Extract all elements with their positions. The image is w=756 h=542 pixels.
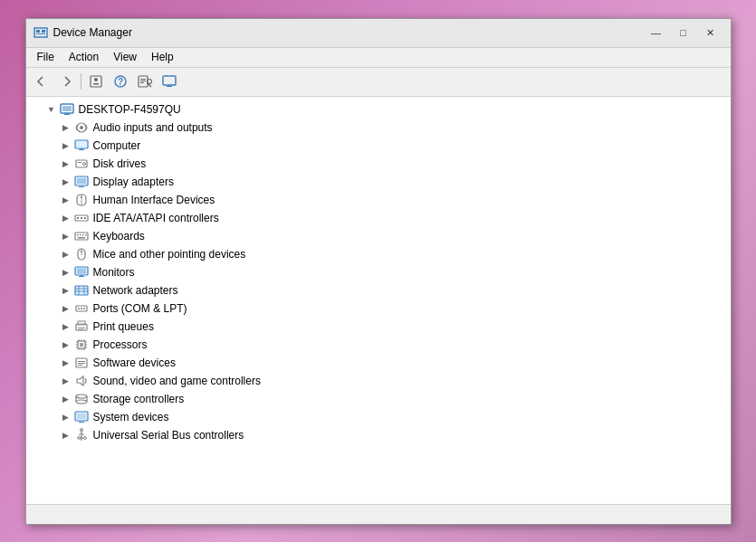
svg-rect-16 bbox=[168, 85, 170, 87]
monitor-button[interactable] bbox=[158, 71, 181, 92]
svg-rect-64 bbox=[78, 329, 83, 330]
root-label: DESKTOP-F4597QU bbox=[79, 103, 181, 116]
expand-arrow-system: ▶ bbox=[59, 410, 73, 424]
back-button[interactable] bbox=[30, 71, 53, 92]
status-bar bbox=[26, 504, 731, 524]
tree-item-usb[interactable]: ▶ Universal Serial Bus controllers bbox=[26, 426, 731, 444]
svg-point-5 bbox=[94, 78, 98, 81]
processor-icon bbox=[73, 338, 90, 352]
maximize-button[interactable]: □ bbox=[671, 23, 696, 43]
expand-arrow-ide: ▶ bbox=[59, 211, 73, 225]
expand-arrow-hid: ▶ bbox=[59, 193, 73, 207]
hid-icon bbox=[73, 193, 90, 207]
minimize-button[interactable]: — bbox=[644, 23, 669, 43]
expand-arrow-keyboard: ▶ bbox=[59, 229, 73, 243]
tree-root[interactable]: ▼ DESKTOP-F4597QU bbox=[26, 100, 731, 119]
tree-item-computer[interactable]: ▶ Computer bbox=[26, 137, 731, 155]
monitor-icon bbox=[73, 265, 90, 280]
svg-rect-38 bbox=[84, 217, 86, 219]
system-icon bbox=[73, 410, 90, 424]
svg-rect-52 bbox=[75, 286, 88, 295]
window-controls: — □ ✕ bbox=[644, 23, 723, 43]
menu-view[interactable]: View bbox=[106, 49, 144, 65]
tree-item-keyboard[interactable]: ▶ Keyboards bbox=[26, 227, 731, 245]
tree-item-software[interactable]: ▶ Software devices bbox=[26, 354, 731, 372]
svg-rect-63 bbox=[78, 328, 85, 328]
svg-point-83 bbox=[76, 395, 87, 398]
ports-icon bbox=[73, 301, 90, 316]
svg-rect-3 bbox=[36, 33, 45, 34]
mouse-label: Mice and other pointing devices bbox=[93, 248, 246, 261]
scan-button[interactable] bbox=[133, 71, 157, 92]
device-manager-window: Device Manager — □ ✕ File Action View He… bbox=[25, 18, 732, 525]
print-label: Print queues bbox=[93, 320, 154, 333]
expand-arrow-software: ▶ bbox=[59, 356, 73, 370]
storage-label: Storage controllers bbox=[93, 393, 185, 405]
svg-rect-42 bbox=[82, 234, 84, 236]
expand-arrow-root: ▼ bbox=[44, 102, 59, 117]
expand-arrow-computer: ▶ bbox=[59, 138, 73, 153]
forward-button[interactable] bbox=[54, 71, 78, 92]
usb-icon bbox=[73, 428, 90, 442]
svg-rect-20 bbox=[66, 113, 68, 115]
device-tree[interactable]: ▼ DESKTOP-F4597QU ▶ bbox=[26, 97, 731, 504]
menu-file[interactable]: File bbox=[30, 49, 62, 65]
menu-help[interactable]: Help bbox=[144, 49, 181, 65]
menu-action[interactable]: Action bbox=[62, 49, 106, 65]
svg-point-22 bbox=[80, 126, 83, 129]
tree-item-ide[interactable]: ▶ IDE ATA/ATAPI controllers bbox=[26, 209, 731, 227]
storage-icon bbox=[73, 392, 90, 406]
svg-rect-44 bbox=[78, 237, 85, 239]
svg-rect-30 bbox=[77, 178, 86, 184]
tree-item-ports[interactable]: ▶ Ports (COM & LPT) bbox=[26, 300, 731, 318]
svg-rect-49 bbox=[77, 268, 86, 273]
audio-label: Audio inputs and outputs bbox=[93, 121, 213, 134]
svg-rect-82 bbox=[78, 365, 82, 366]
tree-item-network[interactable]: ▶ Network adapters bbox=[26, 281, 731, 300]
svg-point-47 bbox=[81, 251, 82, 252]
close-button[interactable]: ✕ bbox=[698, 23, 723, 43]
tree-item-print[interactable]: ▶ Print queues bbox=[26, 318, 731, 336]
svg-rect-1 bbox=[36, 30, 40, 33]
svg-rect-23 bbox=[75, 140, 88, 148]
svg-rect-2 bbox=[42, 30, 45, 33]
expand-arrow-monitor: ▶ bbox=[59, 265, 73, 280]
svg-rect-31 bbox=[79, 186, 84, 187]
system-label: System devices bbox=[93, 411, 169, 423]
tree-item-storage[interactable]: ▶ Storage controllers bbox=[26, 390, 731, 408]
ide-label: IDE ATA/ATAPI controllers bbox=[93, 212, 219, 224]
sound-icon bbox=[73, 374, 90, 388]
svg-point-93 bbox=[83, 436, 86, 439]
tree-item-system[interactable]: ▶ System devices bbox=[26, 408, 731, 426]
svg-point-60 bbox=[83, 308, 85, 309]
expand-arrow-sound: ▶ bbox=[59, 374, 73, 388]
software-icon bbox=[73, 356, 90, 370]
tree-item-hid[interactable]: ▶ Human Interface Devices bbox=[26, 191, 731, 209]
tree-item-monitor[interactable]: ▶ Monitors bbox=[26, 263, 731, 281]
computer-icon bbox=[59, 102, 75, 117]
tree-item-disk[interactable]: ▶ Disk drives bbox=[26, 155, 731, 173]
tree-item-display[interactable]: ▶ Display adapters bbox=[26, 173, 731, 191]
properties-button[interactable] bbox=[84, 71, 108, 92]
keyboard-label: Keyboards bbox=[93, 230, 145, 242]
svg-rect-43 bbox=[85, 234, 87, 236]
tree-item-mouse[interactable]: ▶ Mice and other pointing devices bbox=[26, 245, 731, 263]
svg-rect-88 bbox=[77, 414, 86, 419]
svg-rect-12 bbox=[140, 82, 144, 83]
tree-item-audio[interactable]: ▶ Audio inputs and outputs bbox=[26, 119, 731, 137]
svg-rect-89 bbox=[79, 422, 84, 423]
svg-rect-6 bbox=[93, 83, 99, 85]
toolbar-separator-1 bbox=[81, 73, 81, 90]
svg-rect-80 bbox=[78, 361, 85, 362]
display-icon bbox=[73, 175, 90, 189]
usb-label: Universal Serial Bus controllers bbox=[93, 429, 244, 442]
tree-item-sound[interactable]: ▶ Sound, video and game controllers bbox=[26, 372, 731, 390]
sound-label: Sound, video and game controllers bbox=[93, 375, 261, 387]
display-label: Display adapters bbox=[93, 176, 174, 188]
update-driver-button[interactable]: ? bbox=[109, 71, 132, 92]
tree-item-processor[interactable]: ▶ Proces bbox=[26, 336, 731, 354]
window-icon bbox=[33, 25, 48, 40]
svg-rect-37 bbox=[81, 217, 82, 219]
disk-icon bbox=[73, 157, 90, 171]
svg-rect-92 bbox=[78, 437, 81, 439]
